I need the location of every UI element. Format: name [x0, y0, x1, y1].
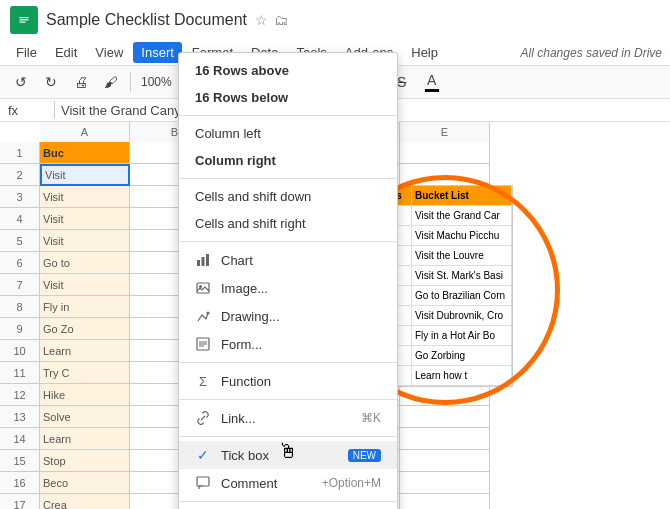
row-num-4: 4: [0, 208, 40, 230]
insert-rows-below-label: 16 Rows below: [195, 90, 288, 105]
menu-separator-3: [179, 241, 397, 242]
mini-bucket-3: Visit Machu Picchu: [412, 226, 512, 246]
insert-image[interactable]: Image...: [179, 274, 397, 302]
mini-bucket-9: Go Zorbing: [412, 346, 512, 366]
new-badge: NEW: [348, 449, 381, 462]
star-icon[interactable]: ☆: [255, 12, 268, 28]
insert-comment[interactable]: Comment +Option+M: [179, 469, 397, 497]
menu-edit[interactable]: Edit: [47, 42, 85, 63]
chart-icon: [195, 252, 211, 268]
insert-column-left[interactable]: Column left: [179, 120, 397, 147]
form-icon: [195, 336, 211, 352]
col-header-a[interactable]: A: [40, 122, 130, 142]
mini-bucket-10: Learn how t: [412, 366, 512, 386]
cell-a5[interactable]: Visit: [40, 230, 130, 252]
cell-e17[interactable]: [400, 494, 490, 509]
row-num-1: 1: [0, 142, 40, 164]
row-num-3: 3: [0, 186, 40, 208]
cell-a12[interactable]: Hike: [40, 384, 130, 406]
row-num-9: 9: [0, 318, 40, 340]
row-num-6: 6: [0, 252, 40, 274]
insert-cells-shift-down-label: Cells and shift down: [195, 189, 311, 204]
cell-a6[interactable]: Go to: [40, 252, 130, 274]
insert-chart[interactable]: Chart: [179, 246, 397, 274]
menu-view[interactable]: View: [87, 42, 131, 63]
row-num-10: 10: [0, 340, 40, 362]
svg-rect-14: [197, 477, 209, 486]
insert-image-label: Image...: [221, 281, 268, 296]
insert-column-right[interactable]: Column right: [179, 147, 397, 174]
undo-button[interactable]: ↺: [8, 69, 34, 95]
insert-function-label: Function: [221, 374, 271, 389]
cell-a7[interactable]: Visit: [40, 274, 130, 296]
document-title: Sample Checklist Document: [46, 11, 247, 29]
menu-separator-1: [179, 115, 397, 116]
cell-e14[interactable]: [400, 428, 490, 450]
menu-insert[interactable]: Insert: [133, 42, 182, 63]
row-num-16: 16: [0, 472, 40, 494]
cell-a4[interactable]: Visit: [40, 208, 130, 230]
zoom-level[interactable]: 100%: [137, 73, 176, 91]
comment-icon: [195, 475, 211, 491]
cell-e1[interactable]: [400, 142, 490, 164]
app-icon: [10, 6, 38, 34]
cell-a17[interactable]: Crea: [40, 494, 130, 509]
insert-column-right-label: Column right: [195, 153, 276, 168]
row-num-8: 8: [0, 296, 40, 318]
redo-button[interactable]: ↻: [38, 69, 64, 95]
insert-rows-below[interactable]: 16 Rows below: [179, 84, 397, 111]
menu-separator-7: [179, 501, 397, 502]
cell-a16[interactable]: Beco: [40, 472, 130, 494]
cell-e16[interactable]: [400, 472, 490, 494]
svg-rect-7: [197, 283, 209, 293]
insert-form[interactable]: Form...: [179, 330, 397, 358]
menu-help[interactable]: Help: [403, 42, 446, 63]
menu-separator-6: [179, 436, 397, 437]
mini-bucket-8: Fly in a Hot Air Bo: [412, 326, 512, 346]
print-button[interactable]: 🖨: [68, 69, 94, 95]
svg-rect-3: [20, 22, 26, 23]
mini-bucket-5: Visit St. Mark's Basi: [412, 266, 512, 286]
insert-chart-label: Chart: [221, 253, 253, 268]
cell-a11[interactable]: Try C: [40, 362, 130, 384]
folder-icon[interactable]: 🗂: [274, 12, 288, 28]
text-color-button[interactable]: A: [419, 69, 445, 95]
insert-drawing[interactable]: Drawing...: [179, 302, 397, 330]
cell-a9[interactable]: Go Zo: [40, 318, 130, 340]
insert-tickbox-label: Tick box: [221, 448, 269, 463]
svg-point-8: [199, 285, 202, 288]
cell-a10[interactable]: Learn: [40, 340, 130, 362]
cell-a14[interactable]: Learn: [40, 428, 130, 450]
insert-link[interactable]: Link... ⌘K: [179, 404, 397, 432]
row-num-13: 13: [0, 406, 40, 428]
title-bar: Sample Checklist Document ☆ 🗂: [0, 0, 670, 40]
cell-a8[interactable]: Fly in: [40, 296, 130, 318]
cell-e12[interactable]: [400, 384, 490, 406]
row-num-7: 7: [0, 274, 40, 296]
cell-a13[interactable]: Solve: [40, 406, 130, 428]
cell-a3[interactable]: Visit: [40, 186, 130, 208]
insert-cells-shift-down[interactable]: Cells and shift down: [179, 183, 397, 210]
insert-form-label: Form...: [221, 337, 262, 352]
col-header-e[interactable]: E: [400, 122, 490, 142]
cell-a15[interactable]: Stop: [40, 450, 130, 472]
svg-rect-4: [197, 260, 200, 266]
insert-rows-above[interactable]: 16 Rows above: [179, 57, 397, 84]
cell-a2[interactable]: Visit: [40, 164, 130, 186]
link-icon: [195, 410, 211, 426]
paint-format-button[interactable]: 🖌: [98, 69, 124, 95]
svg-point-9: [207, 312, 210, 315]
cell-e2[interactable]: [400, 164, 490, 186]
menu-separator-4: [179, 362, 397, 363]
drawing-icon: [195, 308, 211, 324]
insert-comment-label: Comment: [221, 476, 277, 491]
cell-e13[interactable]: [400, 406, 490, 428]
insert-function[interactable]: Σ Function: [179, 367, 397, 395]
cell-a1[interactable]: Buc: [40, 142, 130, 164]
cell-e15[interactable]: [400, 450, 490, 472]
svg-rect-6: [206, 254, 209, 266]
menu-file[interactable]: File: [8, 42, 45, 63]
insert-cells-shift-right[interactable]: Cells and shift right: [179, 210, 397, 237]
row-num-15: 15: [0, 450, 40, 472]
row-num-14: 14: [0, 428, 40, 450]
